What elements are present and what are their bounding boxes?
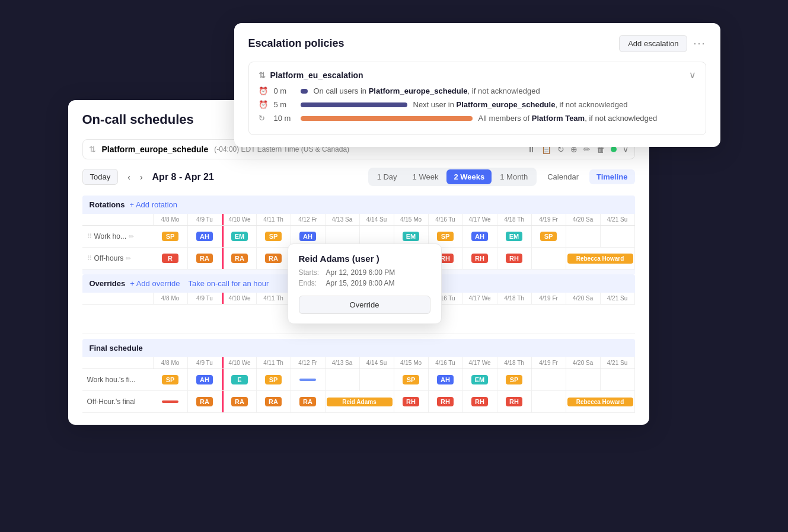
- final-badge-ra-3: RA: [265, 397, 282, 406]
- badge-ra-1: RA: [196, 254, 213, 263]
- cell-oh-2: RA: [222, 248, 257, 269]
- header-col-2: 4/10 We: [222, 214, 257, 225]
- badge-ah-3: AH: [471, 232, 488, 241]
- final-col-8: 4/16 Tu: [429, 357, 463, 368]
- final-oh-12-13: Rebecca Howard: [566, 391, 635, 412]
- header-empty: [82, 214, 154, 225]
- final-col-3: 4/11 Th: [257, 357, 291, 368]
- ovr-col-11: 4/19 Fr: [532, 293, 566, 304]
- final-badge-sp-2: SP: [265, 375, 282, 384]
- tooltip-popup: Reid Adams (user ) Starts: Apr 12, 2019 …: [288, 243, 442, 324]
- final-col-6: 4/14 Su: [360, 357, 394, 368]
- cell-wh-1: AH: [188, 226, 222, 247]
- edit-offhours-icon[interactable]: ✏: [126, 255, 131, 262]
- header-col-13: 4/21 Su: [601, 214, 635, 225]
- view-2weeks[interactable]: 2 Weeks: [446, 169, 492, 184]
- header-col-1: 4/9 Tu: [188, 214, 222, 225]
- cell-oh-9: RH: [463, 248, 497, 269]
- final-col-1: 4/9 Tu: [188, 357, 222, 368]
- header-col-0: 4/8 Mo: [154, 214, 188, 225]
- cell-wh-0: SP: [154, 226, 188, 247]
- final-oh-0: [154, 391, 188, 412]
- add-escalation-button[interactable]: Add escalation: [619, 35, 687, 52]
- view-1day[interactable]: 1 Day: [370, 169, 404, 184]
- final-col-4: 4/12 Fr: [291, 357, 326, 368]
- ovr-col-3: 4/11 Th: [257, 293, 291, 304]
- row-label-workhours: ⠿ Work ho... ✏: [82, 230, 154, 243]
- view-buttons: 1 Day 1 Week 2 Weeks 1 Month: [368, 168, 537, 186]
- header-col-12: 4/20 Sa: [566, 214, 601, 225]
- tooltip-ends-value: Apr 15, 2019 8:00 AM: [326, 279, 395, 287]
- clock-icon: ⏰: [259, 86, 268, 95]
- badge-rh-3: RH: [471, 254, 488, 263]
- tooltip-starts-row: Starts: Apr 12, 2019 6:00 PM: [299, 268, 430, 277]
- drag-handle[interactable]: ⠿: [87, 233, 92, 241]
- final-badge-ah-2: AH: [437, 375, 454, 384]
- badge-sp-2: SP: [265, 232, 282, 241]
- final-badge-sp-4: SP: [506, 375, 522, 384]
- repeat-icon: ↻: [259, 114, 268, 123]
- ovr-col-12: 4/20 Sa: [566, 293, 601, 304]
- final-badge-sp-3: SP: [403, 375, 419, 384]
- final-badge-rh-4: RH: [506, 397, 522, 406]
- badge-em-2: EM: [403, 232, 420, 241]
- ovr-header-empty: [82, 293, 154, 304]
- final-badge-sp: SP: [162, 375, 178, 384]
- final-wh-6: [360, 369, 394, 390]
- next-arrow[interactable]: ›: [136, 171, 146, 183]
- take-oncall-link[interactable]: Take on-call for an hour: [188, 279, 269, 288]
- policy-step-1: ⏰ 0 m On call users in Platform_europe_s…: [259, 86, 696, 95]
- final-wh-10: SP: [497, 369, 532, 390]
- tooltip-user-name: Reid Adams (user ): [299, 254, 430, 264]
- final-badge-ra-1: RA: [196, 397, 213, 406]
- add-override-link[interactable]: + Add override: [130, 279, 180, 288]
- header-col-7: 4/15 Mo: [394, 214, 429, 225]
- prev-arrow[interactable]: ‹: [124, 171, 134, 183]
- badge-rebecca-howard: Rebecca Howard: [567, 254, 633, 264]
- final-badge-rh-3: RH: [471, 397, 488, 406]
- today-button[interactable]: Today: [82, 169, 119, 185]
- drag-handle-2[interactable]: ⠿: [87, 255, 92, 262]
- badge-ra-3: RA: [265, 254, 282, 263]
- chevron-down-icon[interactable]: ∨: [689, 69, 696, 81]
- final-wh-3: SP: [257, 369, 291, 390]
- step-bar-1: [301, 89, 308, 94]
- final-wh-0: SP: [154, 369, 188, 390]
- cell-wh-3: SP: [257, 226, 291, 247]
- final-col-10: 4/18 Th: [497, 357, 532, 368]
- cell-wh-2: EM: [222, 226, 257, 247]
- cell-oh-11: [532, 248, 566, 269]
- final-badge-ah: AH: [196, 375, 213, 384]
- step-time-1: 0 m: [274, 86, 295, 95]
- view-timeline[interactable]: Timeline: [589, 169, 635, 184]
- view-1week[interactable]: 1 Week: [406, 169, 446, 184]
- final-header-empty: [82, 357, 154, 368]
- overrides-label: Overrides: [90, 279, 126, 288]
- ovr-col-2: 4/10 We: [222, 293, 257, 304]
- view-calendar[interactable]: Calendar: [540, 169, 586, 184]
- override-button[interactable]: Override: [299, 296, 430, 314]
- ovr-col-9: 4/17 We: [463, 293, 497, 304]
- final-wh-8: AH: [429, 369, 463, 390]
- more-options-button[interactable]: ···: [693, 37, 706, 50]
- final-oh-5-6: Reid Adams: [326, 391, 394, 412]
- final-oh-9: RH: [463, 391, 497, 412]
- edit-workhours-icon[interactable]: ✏: [129, 233, 134, 241]
- policy-name-text: Platform_eu_escalation: [270, 70, 363, 80]
- cell-wh-12: [566, 226, 601, 247]
- schedule-name: Platform_europe_schedule: [102, 145, 209, 154]
- add-rotation-link[interactable]: + Add rotation: [129, 200, 177, 209]
- final-oh-1: RA: [188, 391, 222, 412]
- final-wh-9: EM: [463, 369, 497, 390]
- final-wh-7: SP: [394, 369, 429, 390]
- view-1month[interactable]: 1 Month: [493, 169, 535, 184]
- final-badge-r: [162, 400, 178, 403]
- cell-wh-10: EM: [497, 226, 532, 247]
- badge-sp: SP: [162, 232, 178, 241]
- tooltip-starts-value: Apr 12, 2019 6:00 PM: [326, 268, 395, 277]
- cell-oh-3: RA: [257, 248, 291, 269]
- badge-r: R: [162, 254, 178, 263]
- badge-rh-4: RH: [506, 254, 522, 263]
- final-oh-7: RH: [394, 391, 429, 412]
- step-text-1: On call users in Platform_europe_schedul…: [314, 86, 540, 95]
